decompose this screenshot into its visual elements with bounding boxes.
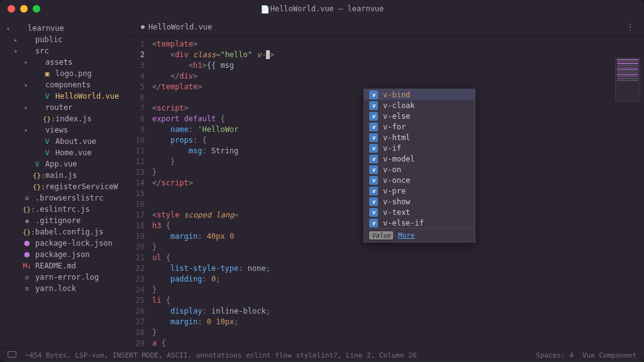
ac-item-v-pre[interactable]: vv-pre (364, 185, 475, 196)
tree-label: App.vue (45, 160, 77, 168)
tree-label: yarn.lock (35, 284, 76, 293)
ac-item-v-else-if[interactable]: vv-else-if (364, 217, 475, 228)
ac-footer: ValueMore (364, 228, 475, 242)
tree-item-package-lock-json[interactable]: ⬢package-lock.json (0, 238, 126, 249)
code-editor[interactable]: 1234567891011121314151617181920212223242… (126, 36, 644, 348)
tree-item-main-js[interactable]: {}:main.js (0, 170, 126, 181)
tree-label: README.md (35, 261, 76, 270)
ac-item-v-else[interactable]: vv-else (364, 111, 475, 121)
chevron-icon: ▾ (24, 59, 30, 66)
file-type-icon: {}: (23, 206, 31, 214)
vue-directive-icon: v (369, 197, 378, 206)
tree-label: .browserslistrc (35, 194, 103, 202)
file-type-icon: ≡ (23, 194, 31, 202)
tab-bar: HelloWorld.vue ⋮ (126, 18, 644, 36)
tree-item-babel-config-js[interactable]: {}:babel.config.js (0, 226, 126, 238)
tree-item-src[interactable]: ▾src (0, 45, 126, 57)
file-type-icon: {}: (33, 172, 42, 180)
tab-helloworld[interactable]: HelloWorld.vue (131, 19, 222, 35)
file-type-icon: ⬢ (23, 251, 31, 259)
tree-label: Home.vue (55, 148, 92, 157)
chevron-icon: ▾ (6, 25, 13, 32)
file-type-icon: V (43, 92, 52, 101)
minimap[interactable] (615, 58, 640, 102)
tree-item-package-json[interactable]: ⬢package.json (0, 249, 126, 260)
titlebar: 📄 HelloWorld.vue — learnvue (0, 0, 644, 18)
tree-item-app-vue[interactable]: VApp.vue (0, 158, 126, 170)
tree-item-logo-png[interactable]: ▣logo.png (0, 68, 126, 79)
tree-item-components[interactable]: ▾components (0, 79, 126, 90)
minimize-window-button[interactable] (20, 5, 28, 13)
ac-item-v-cloak[interactable]: vv-cloak (364, 100, 475, 111)
ac-item-v-once[interactable]: vv-once (364, 175, 475, 185)
line-gutter: 1234567891011121314151617181920212223242… (126, 36, 152, 348)
tree-label: registerServiceW (45, 182, 118, 191)
ac-item-v-text[interactable]: vv-text (364, 207, 475, 217)
keyboard-icon (8, 351, 16, 358)
vue-directive-icon: v (369, 90, 378, 99)
tree-label: learnvue (28, 24, 64, 33)
tree-item-learnvue[interactable]: ▾learnvue (0, 23, 126, 34)
tree-label: HelloWorld.vue (55, 92, 119, 101)
vue-directive-icon: v (369, 176, 378, 185)
ac-type-badge: Value (369, 231, 393, 239)
file-type-icon: ≡ (23, 285, 31, 293)
vue-directive-icon: v (369, 219, 378, 228)
file-icon: 📄 (260, 5, 267, 13)
tree-item-index-js[interactable]: {}:index.js (0, 113, 126, 124)
file-type-icon: ▣ (43, 70, 52, 78)
tree-item-assets[interactable]: ▾assets (0, 57, 126, 68)
editor-area: HelloWorld.vue ⋮ 12345678910111213141516… (126, 18, 644, 348)
more-menu-button[interactable]: ⋮ (626, 23, 634, 31)
tree-item--eslintrc-js[interactable]: {}:.eslintrc.js (0, 204, 126, 215)
status-spaces[interactable]: Spaces: 4 (536, 351, 574, 359)
autocomplete-popup[interactable]: vv-bindvv-cloakvv-elsevv-forvv-htmlvv-if… (364, 89, 475, 243)
title-text: HelloWorld.vue — learnvue (270, 4, 384, 13)
window-title: 📄 HelloWorld.vue — learnvue (260, 4, 384, 13)
tree-item--browserslistrc[interactable]: ≡.browserslistrc (0, 192, 126, 204)
tree-item-yarn-error-log[interactable]: ⊘yarn-error.log (0, 272, 126, 283)
tree-item-router[interactable]: ▾router (0, 102, 126, 113)
tree-label: yarn-error.log (35, 273, 99, 282)
tree-label: logo.png (55, 69, 92, 78)
vue-directive-icon: v (369, 155, 378, 163)
ac-item-v-on[interactable]: vv-on (364, 164, 475, 175)
vue-directive-icon: v (369, 144, 378, 153)
file-tree-sidebar[interactable]: ▾learnvue▸public▾src▾assets▣logo.png▾com… (0, 18, 126, 348)
traffic-lights (8, 5, 40, 13)
editor-window: 📄 HelloWorld.vue — learnvue ▾learnvue▸pu… (0, 0, 644, 362)
close-window-button[interactable] (8, 5, 15, 13)
tree-label: package-lock.json (35, 239, 113, 248)
tree-item-yarn-lock[interactable]: ≡yarn.lock (0, 283, 126, 294)
vue-directive-icon: v (369, 101, 378, 110)
ac-item-v-if[interactable]: vv-if (364, 143, 475, 153)
file-type-icon: V (33, 160, 42, 168)
ac-item-v-show[interactable]: vv-show (364, 196, 475, 207)
tree-item-about-vue[interactable]: VAbout.vue (0, 136, 126, 147)
tree-item-registerservicew[interactable]: {}:registerServiceW (0, 181, 126, 192)
ac-item-v-model[interactable]: vv-model (364, 153, 475, 164)
file-type-icon: V (43, 138, 52, 146)
ac-item-v-for[interactable]: vv-for (364, 121, 475, 132)
content-area: ▾learnvue▸public▾src▾assets▣logo.png▾com… (0, 18, 644, 348)
chevron-icon: ▾ (24, 82, 30, 89)
tree-label: package.json (35, 250, 90, 259)
tree-item-helloworld-vue[interactable]: VHelloWorld.vue (0, 90, 126, 102)
ac-more-link[interactable]: More (398, 231, 415, 239)
tree-item-views[interactable]: ▾views (0, 124, 126, 136)
maximize-window-button[interactable] (33, 5, 40, 13)
ac-item-v-html[interactable]: vv-html (364, 132, 475, 143)
tree-item-home-vue[interactable]: VHome.vue (0, 147, 126, 158)
chevron-icon: ▸ (14, 36, 20, 43)
chevron-icon: ▾ (14, 48, 20, 55)
tree-item--gitignore[interactable]: ◆.gitignore (0, 215, 126, 226)
ac-item-v-bind[interactable]: vv-bind (364, 89, 475, 100)
status-lang[interactable]: Vue Component (582, 351, 636, 359)
chevron-icon: ▾ (24, 104, 30, 111)
vue-directive-icon: v (369, 165, 378, 174)
status-left: ~454 Bytes, LSP-vue, INSERT MODE, ASCII,… (25, 351, 417, 359)
tree-label: babel.config.js (35, 228, 103, 236)
tree-label: components (45, 80, 91, 89)
tree-item-public[interactable]: ▸public (0, 34, 126, 45)
tree-item-readme-md[interactable]: M↓README.md (0, 260, 126, 272)
